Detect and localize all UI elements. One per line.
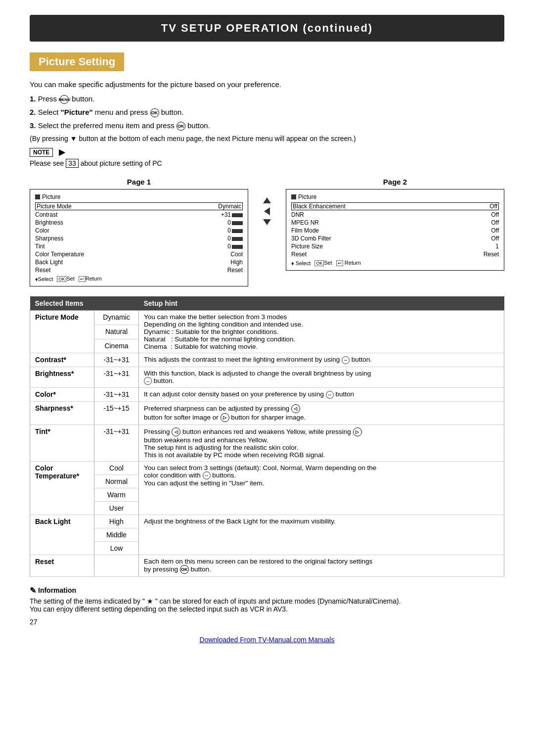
page2-row-mpeg-nr: MPEG NR Off [291, 219, 499, 226]
item-color: Color* [30, 388, 94, 401]
page1-row-tint: Tint 0 [35, 243, 243, 250]
page2-row-reset: Reset Reset [291, 251, 499, 258]
page1-nav: ♦Select OKSet ↩Return [35, 276, 243, 282]
nav-ok2: OKSet [314, 260, 332, 266]
table-row-reset: Reset Each item on this menu screen can … [30, 555, 504, 576]
page1-row-picture-mode: Picture Mode Dynmaic [35, 202, 243, 210]
row-label: Black Enhancement [293, 203, 346, 210]
row-label: MPEG NR [291, 219, 319, 226]
lr-arrow-colortemp: ↔ [203, 472, 211, 479]
step-1-num: 1. [30, 94, 36, 103]
item-reset: Reset [30, 555, 94, 576]
row-label: Color Temperature [35, 251, 84, 258]
note-see-line: Please see 33 about picture setting of P… [30, 159, 504, 168]
table-row-tint: Tint* -31~+31 Pressing ◁ button enhances… [30, 425, 504, 461]
value-cinema: Cinema [94, 339, 139, 353]
item-picture-mode: Picture Mode [30, 311, 94, 353]
hint-color-temp: You can select from 3 settings (default)… [139, 461, 504, 515]
row-value: 0 [227, 227, 243, 234]
hint-contrast: This adjusts the contrast to meet the li… [139, 353, 504, 367]
value-brightness: -31~+31 [94, 367, 139, 387]
row-value: 0 [227, 235, 243, 242]
row-value: 1 [495, 243, 499, 250]
row-label: Back Light [35, 259, 63, 266]
info-line-1: The setting of the items indicated by " … [30, 597, 504, 605]
value-high: High [94, 515, 139, 528]
value-normal: Normal [94, 474, 139, 488]
page2-menu-header: Picture [291, 193, 499, 200]
value-reset [94, 555, 139, 576]
page-number: 27 [30, 618, 504, 626]
bar-contrast [232, 213, 243, 217]
row-value: 0 [227, 219, 243, 226]
nav-select2: ♦ Select [291, 260, 311, 266]
ok-small2: OK [314, 260, 324, 266]
value-user: User [94, 501, 139, 515]
arrow-up-icon [263, 197, 271, 203]
info-title: ✎ Information [30, 586, 504, 595]
value-dynamic: Dynamic [94, 311, 139, 325]
ok-icon-step2: OK [150, 108, 159, 117]
row-value: Off [491, 227, 499, 234]
page2-menu-box: Picture Black Enhancement Off DNR Off MP… [286, 189, 504, 271]
table-row-contrast: Contrast* -31~+31 This adjusts the contr… [30, 353, 504, 367]
picture-icon-square2 [291, 194, 296, 199]
page1-row-reset: Reset Reset [35, 267, 243, 274]
row-value: Reset [227, 267, 243, 274]
row-value: Cool [230, 251, 243, 258]
page1-menu-title: Picture [42, 193, 60, 200]
bar-sharpness [232, 237, 243, 241]
lr-arrow-color: ↔ [326, 391, 334, 399]
hint-backlight: Adjust the brightness of the Back Light … [139, 515, 504, 555]
page1-row-color: Color 0 [35, 227, 243, 234]
row-value: 0 [227, 243, 243, 250]
picture-icon-square [35, 194, 40, 199]
row-value: Off [491, 235, 499, 242]
nav-return2: ↩ Return [336, 260, 361, 266]
page1-row-brightness: Brightness 0 [35, 219, 243, 226]
table-row-color-temp-1: ColorTemperature* Cool You can select fr… [30, 461, 504, 474]
ok-small: OK [57, 276, 66, 282]
table-header-hint: Setup hint [139, 296, 504, 311]
hint-brightness: With this function, black is adjusted to… [139, 367, 504, 387]
page2-row-black-enh: Black Enhancement Off [291, 202, 499, 210]
item-contrast: Contrast* [30, 353, 94, 367]
settings-table: Selected Items Setup hint Picture Mode D… [30, 296, 504, 576]
row-label: 3D Comb Filter [291, 235, 331, 242]
row-label: Picture Size [291, 243, 323, 250]
ok-tint-right: ▷ [353, 427, 362, 436]
bracket-note: (By pressing ▼ button at the bottom of e… [30, 135, 504, 142]
hint-reset: Each item on this menu screen can be res… [139, 555, 504, 576]
row-label: Contrast [35, 211, 57, 218]
page1-row-backlight: Back Light High [35, 259, 243, 266]
page-ref-33: 33 [66, 159, 79, 168]
intro-text: You can make specific adjustments for th… [30, 80, 504, 89]
pencil-icon: ✎ [30, 586, 36, 595]
page1-menu-header: Picture [35, 193, 243, 200]
ok-icon-step3: OK [177, 122, 185, 131]
ok-sharpness-left: ◁ [291, 404, 300, 413]
step-2: 2. Select "Picture" menu and press OK bu… [30, 108, 504, 117]
step-3-num: 3. [30, 121, 36, 130]
nav-return: ↩Return [79, 276, 102, 282]
row-label: Reset [291, 251, 307, 258]
arrow-down-icon [263, 219, 271, 225]
lr-arrow-contrast: ↔ [342, 356, 350, 364]
value-cool: Cool [94, 461, 139, 474]
footer-link-anchor[interactable]: Downloaded From TV-Manual.com Manuals [200, 636, 335, 644]
page1-label: Page 1 [30, 178, 248, 186]
page-arrow [263, 178, 271, 225]
row-value: High [230, 259, 243, 266]
arrow-left-triangle [264, 207, 270, 215]
nav-select: ♦Select [35, 276, 53, 282]
table-header-selected: Selected Items [30, 296, 94, 311]
table-row-picture-mode-1: Picture Mode Dynamic You can make the be… [30, 311, 504, 325]
arrow-right-note: ▶ [59, 147, 65, 157]
page2-nav: ♦ Select OKSet ↩ Return [291, 260, 499, 266]
page1-menu-box: Picture Picture Mode Dynmaic Contrast +3… [30, 189, 248, 286]
page2-row-3d-comb: 3D Comb Filter Off [291, 235, 499, 242]
menu-icon: MENU [60, 95, 69, 104]
value-natural: Natural [94, 325, 139, 339]
page2-menu-title: Picture [298, 193, 316, 200]
footer-link[interactable]: Downloaded From TV-Manual.com Manuals [30, 636, 504, 644]
